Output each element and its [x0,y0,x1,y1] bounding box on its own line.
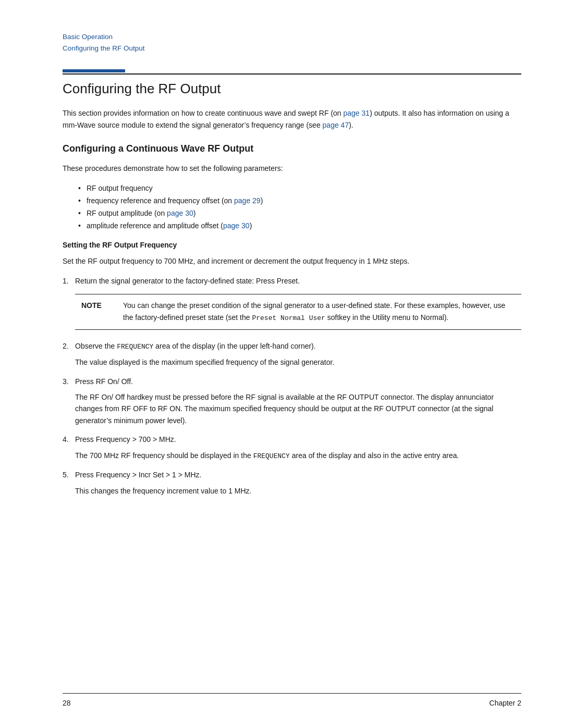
step-4-followup: The 700 MHz RF frequency should be displ… [75,450,521,462]
note-label: NOTE [75,294,117,329]
breadcrumb: Basic Operation Configuring the RF Outpu… [63,31,521,54]
subsection-title: Configuring a Continuous Wave RF Output [63,143,521,154]
page-title: Configuring the RF Output [63,81,521,97]
page-footer: 28 Chapter 2 [63,693,521,707]
intro-text-before-link1: This section provides information on how… [63,109,344,117]
note-text-middle: softkey in the Utility menu to Normal). [325,313,449,322]
bullet-link-1[interactable]: page 29 [234,196,261,205]
step-number-3: 3. [63,376,75,387]
step-number-5: 5. [63,469,75,480]
step-4-code: FREQUENCY [253,452,290,460]
step-2-code: FREQUENCY [117,343,153,351]
step-4-content: Press Frequency > 700 > MHz. The 700 MHz… [75,434,521,462]
bullet-text-before-1: frequency reference and frequency offset… [87,196,234,205]
step-4-text: Press Frequency > 700 > MHz. [75,435,176,443]
page-number: 28 [63,699,71,707]
step-3: 3. Press RF On/ Off. The RF On/ Off hard… [63,376,521,427]
step-5-text: Press Frequency > Incr Set > 1 > MHz. [75,471,201,479]
step-5-followup: This changes the frequency increment val… [75,485,521,497]
step-3-content: Press RF On/ Off. The RF On/ Off hardkey… [75,376,521,427]
note-code1: Preset Normal User [252,314,325,322]
step-3-text: Press RF On/ Off. [75,377,133,386]
step-5-content: Press Frequency > Incr Set > 1 > MHz. Th… [75,469,521,497]
step-2-content: Observe the FREQUENCY area of the displa… [75,340,521,368]
section-divider-line [63,73,521,75]
list-item: RF output amplitude (on page 30) [78,207,521,220]
note-row: NOTE You can change the preset condition… [75,294,521,329]
chapter-label: Chapter 2 [489,699,521,707]
list-item: frequency reference and frequency offset… [78,195,521,207]
step-number-2: 2. [63,340,75,352]
bullet-link-2[interactable]: page 30 [167,209,193,217]
note-table: NOTE You can change the preset condition… [75,294,521,329]
bullet-text-before-2: RF output amplitude (on [87,209,167,217]
intro-paragraph: This section provides information on how… [63,107,521,131]
section-divider-container [63,69,521,75]
list-item: RF output frequency [78,182,521,195]
step-4: 4. Press Frequency > 700 > MHz. The 700 … [63,434,521,462]
page-container: Basic Operation Configuring the RF Outpu… [0,0,563,728]
step-number-4: 4. [63,434,75,445]
bullet-list: RF output frequency frequency reference … [78,182,521,232]
step-2-text-before-code: Observe the [75,342,117,350]
content-area: Basic Operation Configuring the RF Outpu… [63,31,521,547]
step-1: 1. Return the signal generator to the fa… [63,275,521,287]
step-5: 5. Press Frequency > Incr Set > 1 > MHz.… [63,469,521,497]
bullet-text-before-3: amplitude reference and amplitude offset… [87,221,223,230]
intro-link-page47[interactable]: page 47 [323,121,349,129]
breadcrumb-link-2[interactable]: Configuring the RF Output [63,43,521,54]
step-1-text: Return the signal generator to the facto… [75,277,300,285]
rf-frequency-subheading: Setting the RF Output Frequency [63,241,521,249]
steps-list: 1. Return the signal generator to the fa… [63,275,521,497]
step-1-content: Return the signal generator to the facto… [75,275,521,287]
list-item: amplitude reference and amplitude offset… [78,220,521,232]
step-3-followup: The RF On/ Off hardkey must be pressed b… [75,391,521,426]
bullet-text-after-3: ) [250,221,252,230]
section-accent-bar [63,69,125,72]
step-intro-text: Set the RF output frequency to 700 MHz, … [63,255,521,267]
bullet-text-after-2: ) [193,209,196,217]
step-2: 2. Observe the FREQUENCY area of the dis… [63,340,521,368]
bullet-link-3[interactable]: page 30 [223,221,250,230]
bullet-text-before-0: RF output frequency [87,184,153,192]
step-number-1: 1. [63,275,75,287]
note-content: You can change the preset condition of t… [117,294,521,329]
intro-text-after-link2: ). [349,121,353,129]
note-container-li: NOTE You can change the preset condition… [75,294,521,329]
step-2-text-after-code: area of the display (in the upper left-h… [153,342,315,350]
breadcrumb-link-1[interactable]: Basic Operation [63,31,521,43]
bullet-text-after-1: ) [261,196,263,205]
step-2-followup: The value displayed is the maximum speci… [75,356,521,368]
procedures-intro: These procedures demonstrate how to set … [63,163,521,174]
intro-link-page31[interactable]: page 31 [344,109,370,117]
